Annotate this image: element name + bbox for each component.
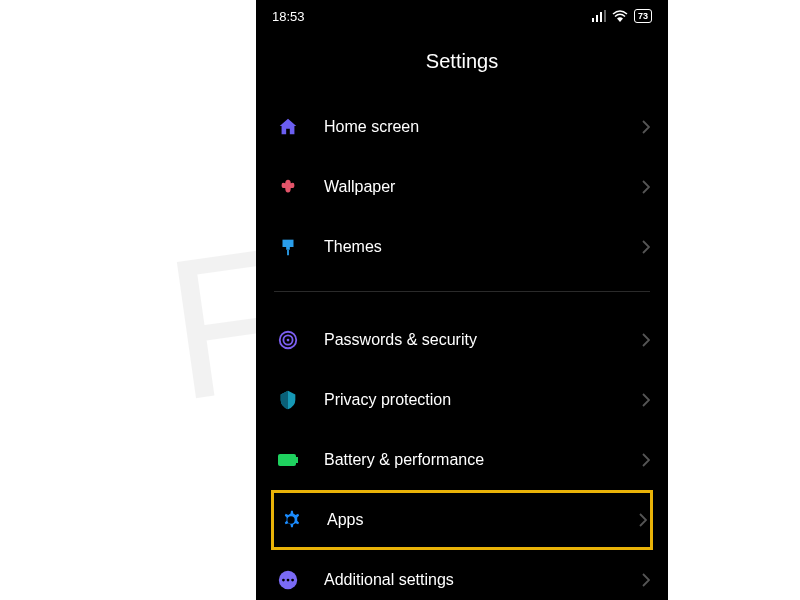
- item-label: Passwords & security: [324, 331, 642, 349]
- dots-icon: [274, 566, 302, 594]
- svg-rect-11: [296, 457, 298, 463]
- svg-rect-6: [287, 250, 289, 256]
- svg-rect-5: [286, 247, 290, 250]
- svg-rect-1: [596, 15, 598, 22]
- gear-icon: [277, 506, 305, 534]
- status-bar: 18:53 73: [256, 0, 668, 32]
- svg-rect-10: [278, 454, 296, 466]
- shield-icon: [274, 386, 302, 414]
- brush-icon: [274, 233, 302, 261]
- settings-item-battery-performance[interactable]: Battery & performance: [274, 430, 650, 490]
- chevron-right-icon: [639, 513, 647, 527]
- svg-point-15: [287, 579, 290, 582]
- wifi-icon: [612, 10, 628, 22]
- status-time: 18:53: [272, 9, 305, 24]
- settings-item-privacy-protection[interactable]: Privacy protection: [274, 370, 650, 430]
- settings-item-passwords-security[interactable]: Passwords & security: [274, 310, 650, 370]
- fingerprint-icon: [274, 326, 302, 354]
- chevron-right-icon: [642, 120, 650, 134]
- settings-item-wallpaper[interactable]: Wallpaper: [274, 157, 650, 217]
- settings-item-home-screen[interactable]: Home screen: [274, 97, 650, 157]
- item-label: Wallpaper: [324, 178, 642, 196]
- settings-item-themes[interactable]: Themes: [274, 217, 650, 277]
- chevron-right-icon: [642, 333, 650, 347]
- chevron-right-icon: [642, 393, 650, 407]
- item-label: Battery & performance: [324, 451, 642, 469]
- chevron-right-icon: [642, 180, 650, 194]
- flower-icon: [274, 173, 302, 201]
- chevron-right-icon: [642, 573, 650, 587]
- svg-point-16: [291, 579, 294, 582]
- signal-icon: [592, 10, 606, 22]
- item-label: Themes: [324, 238, 642, 256]
- svg-point-9: [287, 339, 290, 342]
- battery-icon: [274, 446, 302, 474]
- item-label: Home screen: [324, 118, 642, 136]
- svg-rect-2: [600, 12, 602, 22]
- battery-indicator: 73: [634, 9, 652, 23]
- svg-rect-4: [283, 240, 294, 247]
- divider: [274, 291, 650, 292]
- svg-point-12: [288, 517, 294, 523]
- page-title: Settings: [256, 32, 668, 97]
- settings-item-additional-settings[interactable]: Additional settings: [274, 550, 650, 600]
- settings-list: Home screen Wallpaper Themes Passwords &…: [256, 97, 668, 600]
- svg-rect-3: [604, 10, 606, 22]
- item-label: Apps: [327, 511, 639, 529]
- phone-screen: 18:53 73 Settings Home screen: [256, 0, 668, 600]
- svg-rect-0: [592, 18, 594, 22]
- item-label: Privacy protection: [324, 391, 642, 409]
- settings-item-apps[interactable]: Apps: [271, 490, 653, 550]
- svg-point-14: [282, 579, 285, 582]
- chevron-right-icon: [642, 240, 650, 254]
- chevron-right-icon: [642, 453, 650, 467]
- home-icon: [274, 113, 302, 141]
- status-icons: 73: [592, 9, 652, 23]
- item-label: Additional settings: [324, 571, 642, 589]
